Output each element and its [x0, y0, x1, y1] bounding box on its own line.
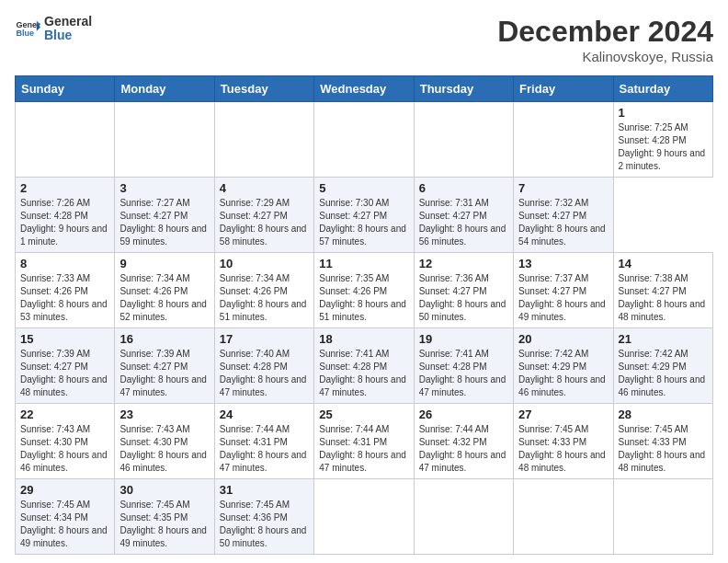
calendar-cell: 24Sunrise: 7:44 AMSunset: 4:31 PMDayligh…: [214, 404, 313, 479]
day-info: Sunrise: 7:37 AMSunset: 4:27 PMDaylight:…: [518, 272, 608, 324]
day-number: 3: [119, 181, 209, 195]
calendar-week-row: 1Sunrise: 7:25 AMSunset: 4:28 PMDaylight…: [16, 102, 713, 178]
calendar-body: 1Sunrise: 7:25 AMSunset: 4:28 PMDaylight…: [16, 102, 713, 555]
calendar-cell: 7Sunrise: 7:32 AMSunset: 4:27 PMDaylight…: [514, 178, 613, 253]
calendar-week-row: 8Sunrise: 7:33 AMSunset: 4:26 PMDaylight…: [16, 253, 713, 328]
calendar-cell: 30Sunrise: 7:45 AMSunset: 4:35 PMDayligh…: [115, 479, 214, 555]
calendar-cell: 4Sunrise: 7:29 AMSunset: 4:27 PMDaylight…: [214, 178, 313, 253]
day-number: 16: [119, 332, 209, 346]
day-number: 28: [619, 408, 708, 421]
day-number: 29: [20, 483, 109, 497]
day-info: Sunrise: 7:45 AMSunset: 4:34 PMDaylight:…: [20, 499, 109, 550]
weekday-header-cell: Sunday: [16, 76, 115, 102]
day-number: 23: [119, 408, 209, 421]
day-number: 24: [220, 408, 309, 421]
day-info: Sunrise: 7:32 AMSunset: 4:27 PMDaylight:…: [518, 197, 608, 248]
calendar-cell: [115, 102, 214, 178]
calendar-cell: 31Sunrise: 7:45 AMSunset: 4:36 PMDayligh…: [214, 479, 313, 555]
day-info: Sunrise: 7:26 AMSunset: 4:28 PMDaylight:…: [20, 197, 109, 248]
calendar-table: SundayMondayTuesdayWednesdayThursdayFrid…: [15, 75, 713, 555]
day-number: 8: [20, 257, 109, 270]
weekday-header-cell: Saturday: [613, 76, 712, 102]
page-header: General Blue General Blue December 2024 …: [15, 15, 713, 64]
calendar-week-row: 22Sunrise: 7:43 AMSunset: 4:30 PMDayligh…: [16, 404, 713, 479]
weekday-header-cell: Friday: [514, 76, 613, 102]
day-info: Sunrise: 7:45 AMSunset: 4:33 PMDaylight:…: [518, 423, 608, 475]
day-number: 21: [619, 332, 708, 346]
day-info: Sunrise: 7:41 AMSunset: 4:28 PMDaylight:…: [419, 348, 508, 399]
calendar-cell: [214, 102, 313, 178]
day-info: Sunrise: 7:40 AMSunset: 4:28 PMDaylight:…: [220, 348, 309, 399]
calendar-cell: 9Sunrise: 7:34 AMSunset: 4:26 PMDaylight…: [115, 253, 214, 328]
logo-line2: Blue: [44, 29, 92, 42]
calendar-cell: 17Sunrise: 7:40 AMSunset: 4:28 PMDayligh…: [214, 328, 313, 404]
day-info: Sunrise: 7:36 AMSunset: 4:27 PMDaylight:…: [419, 272, 508, 324]
calendar-cell: [514, 479, 613, 555]
day-number: 10: [220, 257, 309, 270]
day-info: Sunrise: 7:43 AMSunset: 4:30 PMDaylight:…: [20, 423, 109, 475]
day-info: Sunrise: 7:42 AMSunset: 4:29 PMDaylight:…: [518, 348, 608, 399]
calendar-cell: 18Sunrise: 7:41 AMSunset: 4:28 PMDayligh…: [314, 328, 414, 404]
calendar-cell: 13Sunrise: 7:37 AMSunset: 4:27 PMDayligh…: [514, 253, 613, 328]
calendar-cell: 23Sunrise: 7:43 AMSunset: 4:30 PMDayligh…: [115, 404, 214, 479]
calendar-cell: [314, 102, 414, 178]
logo-icon: General Blue: [15, 16, 40, 41]
day-info: Sunrise: 7:35 AMSunset: 4:26 PMDaylight:…: [319, 272, 408, 324]
calendar-cell: 15Sunrise: 7:39 AMSunset: 4:27 PMDayligh…: [16, 328, 115, 404]
calendar-cell: 8Sunrise: 7:33 AMSunset: 4:26 PMDaylight…: [16, 253, 115, 328]
day-number: 31: [220, 483, 309, 497]
calendar-cell: 29Sunrise: 7:45 AMSunset: 4:34 PMDayligh…: [16, 479, 115, 555]
calendar-cell: 11Sunrise: 7:35 AMSunset: 4:26 PMDayligh…: [314, 253, 414, 328]
weekday-header-row: SundayMondayTuesdayWednesdayThursdayFrid…: [16, 76, 713, 102]
calendar-cell: 22Sunrise: 7:43 AMSunset: 4:30 PMDayligh…: [16, 404, 115, 479]
calendar-cell: [314, 479, 414, 555]
day-number: 5: [319, 181, 408, 195]
calendar-cell: 6Sunrise: 7:31 AMSunset: 4:27 PMDaylight…: [414, 178, 513, 253]
day-number: 14: [619, 257, 708, 270]
calendar-week-row: 15Sunrise: 7:39 AMSunset: 4:27 PMDayligh…: [16, 328, 713, 404]
day-number: 17: [220, 332, 309, 346]
day-info: Sunrise: 7:25 AMSunset: 4:28 PMDaylight:…: [619, 121, 708, 173]
day-number: 13: [518, 257, 608, 270]
day-number: 6: [419, 181, 508, 195]
day-info: Sunrise: 7:45 AMSunset: 4:35 PMDaylight:…: [119, 499, 209, 550]
day-info: Sunrise: 7:33 AMSunset: 4:26 PMDaylight:…: [20, 272, 109, 324]
day-number: 7: [518, 181, 608, 195]
day-number: 27: [518, 408, 608, 421]
calendar-cell: 3Sunrise: 7:27 AMSunset: 4:27 PMDaylight…: [115, 178, 214, 253]
calendar-week-row: 2Sunrise: 7:26 AMSunset: 4:28 PMDaylight…: [16, 178, 713, 253]
day-info: Sunrise: 7:29 AMSunset: 4:27 PMDaylight:…: [220, 197, 309, 248]
weekday-header-cell: Thursday: [414, 76, 513, 102]
calendar-week-row: 29Sunrise: 7:45 AMSunset: 4:34 PMDayligh…: [16, 479, 713, 555]
day-number: 9: [119, 257, 209, 270]
day-number: 11: [319, 257, 408, 270]
day-info: Sunrise: 7:45 AMSunset: 4:33 PMDaylight:…: [619, 423, 708, 475]
day-number: 2: [20, 181, 109, 195]
logo-line1: General: [44, 15, 92, 29]
weekday-header-cell: Wednesday: [314, 76, 414, 102]
calendar-cell: 28Sunrise: 7:45 AMSunset: 4:33 PMDayligh…: [613, 404, 712, 479]
weekday-header-cell: Monday: [115, 76, 214, 102]
calendar-cell: [514, 102, 613, 178]
day-info: Sunrise: 7:39 AMSunset: 4:27 PMDaylight:…: [119, 348, 209, 399]
day-info: Sunrise: 7:34 AMSunset: 4:26 PMDaylight:…: [119, 272, 209, 324]
day-number: 20: [518, 332, 608, 346]
day-number: 30: [119, 483, 209, 497]
day-info: Sunrise: 7:34 AMSunset: 4:26 PMDaylight:…: [220, 272, 309, 324]
day-number: 26: [419, 408, 508, 421]
weekday-header-cell: Tuesday: [214, 76, 313, 102]
day-number: 18: [319, 332, 408, 346]
calendar-cell: 20Sunrise: 7:42 AMSunset: 4:29 PMDayligh…: [514, 328, 613, 404]
calendar-cell: 1Sunrise: 7:25 AMSunset: 4:28 PMDaylight…: [613, 102, 712, 178]
calendar-cell: 21Sunrise: 7:42 AMSunset: 4:29 PMDayligh…: [613, 328, 712, 404]
day-number: 25: [319, 408, 408, 421]
logo: General Blue General Blue: [15, 15, 92, 43]
day-info: Sunrise: 7:39 AMSunset: 4:27 PMDaylight:…: [20, 348, 109, 399]
calendar-cell: 2Sunrise: 7:26 AMSunset: 4:28 PMDaylight…: [16, 178, 115, 253]
day-number: 15: [20, 332, 109, 346]
day-info: Sunrise: 7:27 AMSunset: 4:27 PMDaylight:…: [119, 197, 209, 248]
calendar-cell: 14Sunrise: 7:38 AMSunset: 4:27 PMDayligh…: [613, 253, 712, 328]
calendar-cell: [16, 102, 115, 178]
svg-text:Blue: Blue: [16, 29, 34, 39]
day-info: Sunrise: 7:38 AMSunset: 4:27 PMDaylight:…: [619, 272, 708, 324]
